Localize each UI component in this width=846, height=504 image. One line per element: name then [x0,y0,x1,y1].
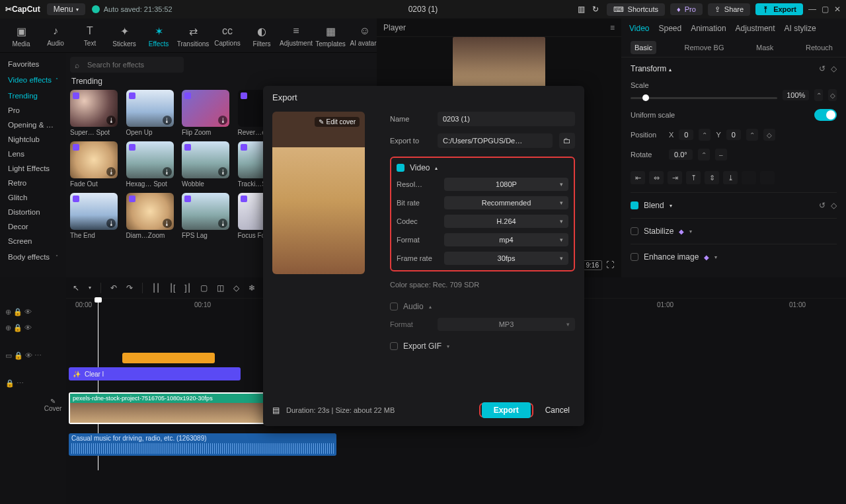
prop-subtab[interactable]: Retouch [802,41,837,54]
align-top-icon[interactable]: ⤒ [686,171,701,184]
prop-tab[interactable]: Animation [691,24,726,33]
tooltab-templates[interactable]: ▦Templates [313,22,348,52]
split-icon[interactable]: ⎮⎮ [152,283,160,293]
cat-item[interactable]: Nightclub [3,132,63,147]
track-controls-1[interactable]: ⊕ 🔒 👁 [0,304,66,320]
cat-item[interactable]: Lens [3,147,63,161]
cat-item[interactable]: Opening & Clos… [3,118,63,132]
reset-icon[interactable]: ↺ [819,64,826,73]
marker-icon[interactable]: ◇ [233,283,239,293]
track-controls-2[interactable]: ⊕ 🔒 👁 [0,320,66,336]
export-path-input[interactable]: C:/Users/TOPGUS/De… [438,133,553,148]
stabilize-checkbox[interactable] [631,227,638,235]
cat-favorites[interactable]: Favorites [3,57,63,71]
cat-video-effects[interactable]: Video effects˄ [3,73,63,87]
pointer-icon[interactable]: ↖ [73,283,79,293]
tooltab-filters[interactable]: ◐Filters [245,22,279,52]
close-icon[interactable]: ✕ [834,5,841,14]
crop-icon[interactable]: ◫ [217,283,224,293]
cover-button[interactable]: ✎Cover [42,398,63,421]
scale-slider[interactable] [631,97,777,99]
resolution-select[interactable]: 1080P▾ [444,178,568,191]
track-controls-3[interactable]: ▭ 🔒 👁 ⋯ [0,347,66,363]
delete-icon[interactable]: ▢ [200,283,208,293]
tooltab-effects[interactable]: ✶Effects [141,22,176,52]
prop-tab[interactable]: Video [629,24,649,33]
video-checkbox[interactable] [397,164,404,172]
effect-thumb[interactable]: ⭳Fade Out [70,141,118,188]
cat-item[interactable]: Screen [3,234,63,248]
maximize-icon[interactable]: ▢ [822,5,829,14]
bitrate-select[interactable]: Recommended▾ [444,196,568,209]
effect-clip[interactable] [122,353,215,363]
effect-thumb[interactable]: ⭳Flip Zoom [182,90,229,136]
align-center-h-icon[interactable]: ⇔ [649,171,664,184]
split-left-icon[interactable]: ⎮[ [169,283,175,293]
cat-item[interactable]: Retro [3,176,63,190]
effect-thumb[interactable]: ⭳Super… Spot [70,90,118,136]
prop-subtab[interactable]: Mask [752,41,777,54]
pro-button[interactable]: ♦ Pro [670,3,703,15]
export-confirm-button[interactable]: Export [482,402,531,418]
framerate-select[interactable]: 30fps▾ [444,252,568,265]
align-bottom-icon[interactable]: ⤓ [723,171,738,184]
scale-value[interactable]: 100% [783,90,809,100]
cat-item[interactable]: Pro [3,103,63,118]
audio-clip[interactable]: Casual music for driving, radio, etc. (1… [69,433,336,456]
prop-tab[interactable]: AI stylize [785,24,816,33]
audio-checkbox[interactable] [390,303,398,310]
tooltab-audio[interactable]: ♪Audio [38,22,73,52]
align-right-icon[interactable]: ⇥ [668,171,682,184]
cat-item[interactable]: Light Effects [3,161,63,176]
scale-stepper-icon[interactable]: ⌃ [814,89,823,101]
effect-thumb[interactable]: ⭳Open Up [126,90,174,136]
edit-cover-button[interactable]: ✎ Edit cover [315,117,360,127]
effect-thumb[interactable]: ⭳Wobble [182,141,229,188]
shortcuts-button[interactable]: ⌨ Shortcuts [607,3,665,16]
search-input[interactable] [70,57,184,73]
cat-item[interactable]: Decor [3,219,63,234]
effect-thumb[interactable]: ⭳Hexag… Spot [126,141,174,188]
scale-keyframe-icon[interactable]: ◇ [828,89,837,101]
redo-icon[interactable]: ↷ [126,283,133,293]
effect-thumb[interactable]: ⭳FPS Lag [182,193,229,239]
uniform-scale-toggle[interactable] [814,109,837,121]
transform-header[interactable]: Transform ▴ [631,64,672,73]
tooltab-adjustment[interactable]: ≡Adjustment [279,22,313,52]
position-y-input[interactable]: 0 [726,129,741,140]
cat-item[interactable]: Distortion [3,205,63,219]
cat-item[interactable]: Trending [3,89,63,103]
align-center-v-icon[interactable]: ⇕ [705,171,719,184]
effect-thumb[interactable]: ⭳The End [70,193,118,239]
minimize-icon[interactable]: — [808,5,816,14]
cancel-button[interactable]: Cancel [540,402,575,418]
tooltab-stickers[interactable]: ✦Stickers [107,22,141,52]
align-left-icon[interactable]: ⇤ [631,171,645,184]
cat-item[interactable]: Glitch [3,190,63,205]
prop-tab[interactable]: Adjustment [736,24,775,33]
menu-button[interactable]: Menu▾ [47,3,85,15]
undo-icon[interactable]: ↶ [110,283,117,293]
prop-subtab[interactable]: Basic [631,41,656,54]
tooltab-media[interactable]: ▣Media [4,22,38,52]
share-button[interactable]: ⇪ Share [708,3,750,16]
cat-body-effects[interactable]: Body effects˅ [3,250,63,264]
format-select[interactable]: mp4▾ [444,233,568,246]
track-controls-4[interactable]: 🔒 ⋯ [0,375,66,391]
position-x-input[interactable]: 0 [679,129,693,140]
rotate-input[interactable]: 0.0° [669,149,693,160]
adjustment-clip[interactable]: ✨ Clear l [69,367,241,380]
tooltab-captions[interactable]: ccCaptions [210,22,245,52]
fullscreen-icon[interactable]: ⛶ [606,260,614,270]
enhance-checkbox[interactable] [631,253,638,261]
folder-icon[interactable]: 🗀 [559,133,575,149]
split-right-icon[interactable]: ]⎮ [184,283,190,293]
prop-tab[interactable]: Speed [658,24,681,33]
blend-checkbox[interactable] [631,201,638,209]
layout-icon[interactable]: ▥ [578,5,587,14]
export-name-input[interactable]: 0203 (1) [438,112,575,126]
gif-checkbox[interactable] [390,342,398,350]
codec-select[interactable]: H.264▾ [444,215,568,228]
aspect-ratio[interactable]: 9:16 [583,260,602,270]
history-icon[interactable]: ↻ [592,5,601,14]
